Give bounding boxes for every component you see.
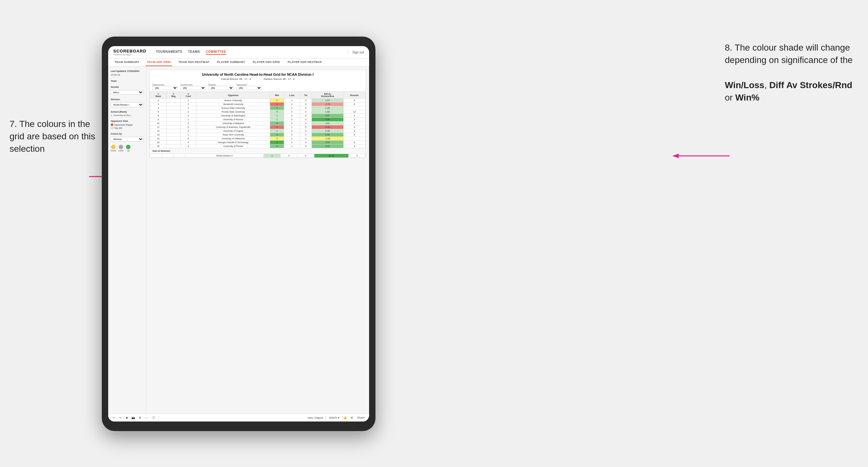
cell-conf: 1 — [180, 133, 196, 137]
table-row: 16 2 University of Florida 3 1 0 6.62 9 — [150, 145, 366, 148]
cell-opponent: Florida State University — [196, 110, 270, 114]
undo-button[interactable]: ↩ — [112, 415, 116, 420]
radio-dot-selected — [111, 123, 113, 126]
cell-opponent: University of Alabama — [196, 122, 270, 125]
radio-label-2: Top 100 — [114, 127, 122, 129]
table-row: 8 2 University of Washington 1 0 0 3.67 … — [150, 114, 366, 118]
toolbar-divider-2 — [326, 415, 326, 420]
cell-reg — [166, 141, 180, 145]
colour-by-select[interactable]: Win/loss — [111, 137, 144, 142]
annotation-left-text: 7. The colours in the grid are based on … — [9, 119, 95, 154]
cell-reg — [166, 102, 180, 106]
cell-reg — [166, 145, 180, 148]
sub-nav-player-summary[interactable]: PLAYER SUMMARY — [216, 59, 247, 66]
cell-tie: 0 — [300, 118, 312, 122]
filter-conference: Conference (All) — [180, 84, 206, 90]
annotation-bold1: Win/Loss — [725, 80, 764, 90]
cell-rounds: 8 — [343, 122, 365, 125]
logo-sub: Powered by clippd — [113, 54, 146, 56]
sub-nav-team-h2h-heatmap[interactable]: TEAM H2H HEATMAP — [177, 59, 211, 66]
nav-teams[interactable]: TEAMS — [188, 50, 200, 55]
legend-circle-down — [111, 145, 116, 149]
sign-out-button[interactable]: Sign out — [348, 51, 364, 54]
cell-win: 3 — [270, 133, 284, 137]
sidebar-last-updated: Last Updated: 27/03/2024 16:55:38 — [111, 70, 144, 76]
data-table: #Rank #Reg #Conf Opponent Win Loss Tie D… — [150, 92, 366, 148]
copy-button[interactable]: ⊞ — [350, 415, 354, 420]
prev-button[interactable]: ◀ — [125, 415, 128, 420]
opponents-select[interactable]: (All) — [152, 86, 178, 90]
annotation-right: 8. The colour shade will change dependin… — [725, 41, 859, 104]
region-select[interactable]: (All) — [209, 86, 234, 90]
ood-row: NCAA Division II 1 0 0 26.00 3 — [150, 154, 366, 158]
school-value: 1. University of Nort... — [111, 114, 144, 117]
last-updated-time: 16:55:38 — [111, 73, 144, 76]
radio-opponents-played[interactable]: Opponents Played — [111, 123, 144, 126]
sub-nav-player-h2h-grid[interactable]: PLAYER H2H GRID — [251, 59, 281, 66]
camera-button[interactable]: 📷 — [131, 415, 135, 420]
sub-nav-player-h2h-heatmap[interactable]: PLAYER H2H HEATMAP — [286, 59, 323, 66]
cell-rounds: 8 — [343, 102, 365, 106]
cell-win: 1 — [270, 118, 284, 122]
cell-win: 3 — [270, 122, 284, 125]
conference-select[interactable]: (All) — [180, 86, 206, 90]
nav-committee[interactable]: COMMITTEE — [206, 50, 226, 55]
opponent-select[interactable]: (All) — [237, 86, 262, 90]
share-text-button[interactable]: Share — [356, 415, 365, 420]
nav-tournaments[interactable]: TOURNAMENTS — [156, 50, 182, 55]
table-row: 6 2 Florida State University 4 2 0 1.83 … — [150, 110, 366, 114]
radio-top100[interactable]: Top 100 — [111, 127, 144, 129]
cell-conf: 5 — [180, 122, 196, 125]
cell-tie: 0 — [300, 141, 312, 145]
redo-button[interactable]: ↪ — [118, 415, 122, 420]
sidebar-team: Team — [111, 80, 144, 83]
division-select[interactable]: NCAA Division I — [111, 102, 144, 107]
cell-win: 2 — [270, 99, 284, 102]
cell-opponent: University of Florida — [196, 145, 270, 148]
arrow-right-icon — [672, 151, 730, 161]
col-opponent: Opponent — [196, 92, 270, 99]
cell-reg — [166, 125, 180, 129]
legend-down: Down — [111, 145, 116, 152]
cell-rank: 13 — [150, 133, 167, 137]
cell-conf: 6 — [180, 137, 196, 141]
cell-diff: 1.83 — [312, 110, 343, 114]
cell-rounds: 2 — [343, 118, 365, 122]
dash-button[interactable]: — — [145, 415, 149, 420]
cell-rounds — [343, 137, 365, 141]
cell-diff: 2.61 — [312, 122, 343, 125]
cell-reg — [166, 99, 180, 102]
col-rounds: Rounds — [343, 92, 365, 99]
clock-button[interactable]: 🕐 — [151, 415, 156, 420]
nav-links: TOURNAMENTS TEAMS COMMITTEE — [156, 50, 342, 55]
sidebar: Last Updated: 27/03/2024 16:55:38 Team G… — [108, 66, 146, 413]
opponent-view-label: Opponent View — [111, 120, 144, 122]
gender-select[interactable]: Men's — [111, 90, 144, 95]
cell-loss: 0 — [284, 133, 300, 137]
share-button[interactable]: 👍 — [343, 415, 347, 420]
cell-loss: 0 — [284, 118, 300, 122]
cell-opponent: Vanderbilt University — [196, 102, 270, 106]
sub-nav-team-h2h-grid[interactable]: TEAM H2H GRID — [146, 59, 172, 66]
cell-reg — [166, 118, 180, 122]
grid-button[interactable]: ⊞ — [138, 415, 142, 420]
watch-button[interactable]: Watch ▾ — [328, 415, 340, 420]
cell-loss: 2 — [284, 110, 300, 114]
sub-nav-team-summary[interactable]: TEAM SUMMARY — [113, 59, 141, 66]
cell-diff: 3.67 — [312, 114, 343, 118]
logo-text: SCOREBOARD — [113, 49, 146, 54]
filters-row: Opponents: (All) Conference (All) — [150, 83, 366, 92]
cell-win: 1 — [270, 129, 284, 133]
cell-conf: 1 — [180, 106, 196, 110]
cell-opponent: Arizona State University — [196, 106, 270, 110]
cell-diff: 2.28 — [312, 106, 343, 110]
cell-conf: 3 — [180, 129, 196, 133]
col-conf: #Conf — [180, 92, 196, 99]
table-row: 12 3 University of Virginia 1 0 0 2.33 3 — [150, 129, 366, 133]
cell-rank: 2 — [150, 99, 167, 102]
cell-rounds: 3 — [343, 129, 365, 133]
cell-opponent: University of Arizona — [196, 118, 270, 122]
region-label: Region — [209, 84, 234, 86]
cell-loss: 1 — [284, 106, 300, 110]
cell-tie: 0 — [300, 106, 312, 110]
